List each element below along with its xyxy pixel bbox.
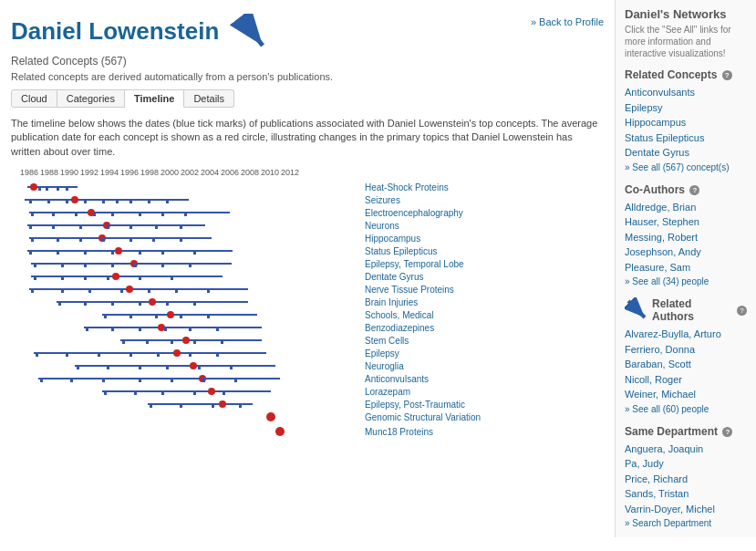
sidebar-link-anticonvulsants[interactable]: Anticonvulsants <box>625 85 747 100</box>
timeline-row-10: Schools, Medical <box>102 310 434 320</box>
svg-rect-124 <box>86 327 88 331</box>
svg-text:Electroencephalography: Electroencephalography <box>365 208 463 218</box>
svg-rect-128 <box>189 327 192 331</box>
svg-rect-176 <box>148 403 253 405</box>
svg-point-177 <box>219 400 226 408</box>
sidebar-link-dentate-gyrus[interactable]: Dentate Gyrus <box>625 145 747 161</box>
back-to-profile-link[interactable]: Back to Profile <box>531 16 604 27</box>
svg-rect-50 <box>79 224 82 229</box>
svg-rect-37 <box>31 212 34 216</box>
svg-rect-126 <box>139 327 141 331</box>
related-authors-help-icon[interactable]: ? <box>737 306 747 316</box>
tab-cloud[interactable]: Cloud <box>11 89 57 108</box>
sidebar-link-hippocampus[interactable]: Hippocampus <box>625 115 747 130</box>
sidebar-link-sands[interactable]: Sands, Tristan <box>625 486 747 502</box>
svg-rect-40 <box>93 212 96 216</box>
svg-rect-41 <box>111 212 114 216</box>
svg-rect-144 <box>129 352 132 357</box>
sidebar-link-varrin[interactable]: Varrin-Doyer, Michel <box>625 502 747 517</box>
svg-text:Epilepsy, Temporal Lobe: Epilepsy, Temporal Lobe <box>365 259 464 269</box>
svg-rect-69 <box>57 250 59 255</box>
svg-point-67 <box>115 247 122 255</box>
svg-rect-64 <box>180 237 182 242</box>
sidebar-link-status-epilepticus[interactable]: Status Epilepticus <box>625 130 747 146</box>
svg-rect-92 <box>139 276 141 280</box>
related-concepts-see-all[interactable]: See all (567) concept(s) <box>625 161 747 174</box>
svg-rect-173 <box>193 390 196 395</box>
svg-line-1 <box>242 18 263 46</box>
svg-rect-82 <box>134 263 137 267</box>
related-concepts-subtitle: Related Concepts (567) <box>11 55 604 68</box>
svg-rect-43 <box>161 212 164 216</box>
sidebar-link-price[interactable]: Price, Richard <box>625 472 747 487</box>
sidebar-link-pleasure[interactable]: Pleasure, Sam <box>625 260 747 276</box>
svg-point-17 <box>30 183 37 191</box>
sidebar: Daniel's Networks Click the "See All" li… <box>615 0 756 537</box>
svg-rect-166 <box>234 378 237 382</box>
svg-rect-142 <box>66 352 68 357</box>
svg-rect-53 <box>155 224 158 229</box>
sidebar-link-hauser[interactable]: Hauser, Stephen <box>625 214 747 230</box>
timeline-chart: 1986 1988 1990 1992 1994 1996 1998 2000 … <box>11 166 572 458</box>
sidebar-link-messing[interactable]: Messing, Robert <box>625 230 747 245</box>
sidebar-link-pa[interactable]: Pa, Judy <box>625 456 747 472</box>
svg-text:Status Epilepticus: Status Epilepticus <box>365 246 438 256</box>
sidebar-link-alldredge[interactable]: Alldredge, Brian <box>625 200 747 215</box>
svg-rect-168 <box>102 390 271 392</box>
sidebar-link-nicoll[interactable]: Nicoll, Roger <box>625 372 747 388</box>
svg-rect-180 <box>212 403 214 408</box>
sidebar-link-weiner[interactable]: Weiner, Michael <box>625 387 747 402</box>
sidebar-same-dept-title: Same Department ? <box>625 425 747 438</box>
sidebar-link-ferriero[interactable]: Ferriero, Donna <box>625 342 747 358</box>
svg-rect-32 <box>148 199 150 203</box>
sidebar-link-baraban[interactable]: Baraban, Scott <box>625 357 747 372</box>
svg-text:Anticonvulsants: Anticonvulsants <box>365 374 429 384</box>
svg-text:Stem Cells: Stem Cells <box>365 336 409 346</box>
svg-text:Epilepsy: Epilepsy <box>365 348 399 359</box>
timeline-row-4: Hippocampus <box>29 234 420 244</box>
svg-rect-33 <box>166 199 169 203</box>
svg-rect-42 <box>139 212 141 216</box>
sidebar-co-authors-title: Co-Authors ? <box>625 183 747 196</box>
svg-rect-143 <box>98 352 100 357</box>
timeline-area: 1986 1988 1990 1992 1994 1996 1998 2000 … <box>11 166 604 458</box>
svg-rect-110 <box>139 301 141 306</box>
same-dept-see-all[interactable]: Search Department <box>625 516 747 530</box>
svg-rect-78 <box>34 263 36 267</box>
year-axis: 1986 1988 1990 1992 1994 1996 1998 2000 … <box>20 168 299 177</box>
svg-text:1986: 1986 <box>20 168 38 177</box>
co-authors-help-icon[interactable]: ? <box>689 185 699 195</box>
svg-rect-59 <box>57 237 59 242</box>
tab-details[interactable]: Details <box>184 89 234 108</box>
svg-rect-103 <box>207 288 210 293</box>
svg-rect-27 <box>66 199 68 203</box>
sidebar-link-anguera[interactable]: Anguera, Joaquin <box>625 442 747 457</box>
svg-text:Lorazepam: Lorazepam <box>365 387 410 397</box>
svg-point-185 <box>275 427 285 436</box>
svg-rect-108 <box>84 301 87 306</box>
svg-rect-137 <box>221 339 223 344</box>
related-authors-see-all[interactable]: See all (60) people <box>625 402 747 416</box>
svg-rect-134 <box>146 339 149 344</box>
sidebar-link-josephson[interactable]: Josephson, Andy <box>625 244 747 260</box>
related-concepts-help-icon[interactable]: ? <box>722 70 732 80</box>
svg-rect-44 <box>184 212 187 216</box>
tab-categories[interactable]: Categories <box>57 89 125 108</box>
svg-rect-79 <box>61 263 64 267</box>
timeline-row-13: Epilepsy <box>34 348 399 359</box>
svg-rect-125 <box>111 327 114 331</box>
svg-text:2000: 2000 <box>161 168 179 177</box>
tab-timeline[interactable]: Timeline <box>125 89 184 108</box>
svg-rect-139 <box>34 352 266 354</box>
svg-text:1998: 1998 <box>140 168 159 177</box>
same-dept-help-icon[interactable]: ? <box>722 427 732 437</box>
co-authors-see-all[interactable]: See all (34) people <box>625 275 747 288</box>
svg-text:Nerve Tissue Proteins: Nerve Tissue Proteins <box>365 285 454 295</box>
timeline-row-5: Status Epilepticus <box>27 246 438 256</box>
sidebar-link-epilepsy[interactable]: Epilepsy <box>625 100 747 116</box>
svg-point-140 <box>173 349 181 357</box>
svg-rect-21 <box>66 186 68 191</box>
sidebar-link-alvarez[interactable]: Alvarez-Buylla, Arturo <box>625 327 747 342</box>
svg-rect-30 <box>116 199 119 203</box>
svg-rect-118 <box>155 314 158 318</box>
